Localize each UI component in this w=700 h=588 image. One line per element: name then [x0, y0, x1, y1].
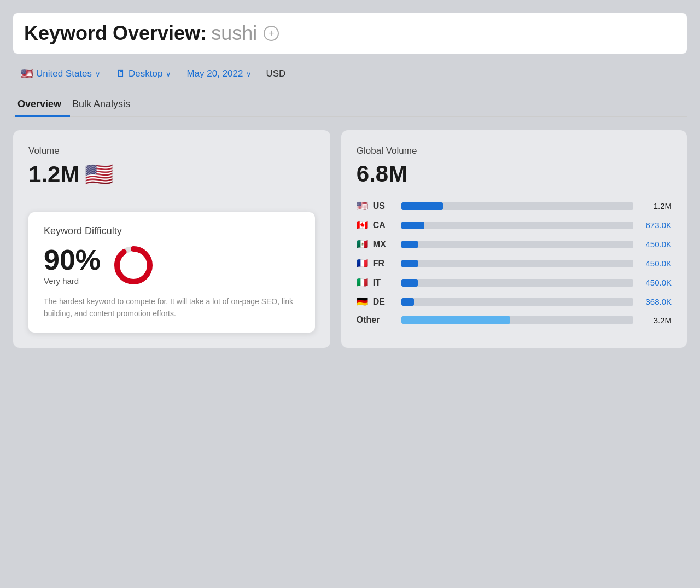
kd-title: Keyword Difficulty: [44, 225, 300, 237]
country-code-it: IT: [373, 278, 395, 288]
volume-value: 1.2M 🇺🇸: [28, 161, 315, 188]
country-flag-fr: 🇫🇷: [357, 258, 373, 269]
kd-donut-chart: [112, 243, 155, 287]
add-keyword-button[interactable]: +: [264, 26, 279, 41]
filters-bar: 🇺🇸 United States ∨ 🖥 Desktop ∨ May 20, 2…: [13, 65, 687, 83]
country-row: 🇲🇽 MX 450.0K: [357, 238, 672, 250]
country-filter-button[interactable]: 🇺🇸 United States ∨: [15, 65, 106, 83]
other-bar-track: [401, 316, 633, 324]
country-code-de: DE: [373, 297, 395, 307]
volume-card: Volume 1.2M 🇺🇸 Keyword Difficulty 90% Ve…: [13, 130, 330, 348]
country-value-fr: 450.0K: [640, 259, 672, 268]
other-row: Other 3.2M: [357, 315, 672, 325]
tab-overview[interactable]: Overview: [15, 94, 70, 117]
device-filter-button[interactable]: 🖥 Desktop ∨: [110, 65, 177, 83]
kd-score-row: 90% Very hard: [44, 243, 300, 287]
bar-fill-it: [401, 279, 418, 287]
page-title-prefix: Keyword Overview:: [24, 22, 207, 45]
bar-fill-us: [401, 202, 443, 210]
country-value-de: 368.0K: [640, 297, 672, 306]
date-filter-button[interactable]: May 20, 2022 ∨: [181, 65, 257, 83]
country-value-it: 450.0K: [640, 278, 672, 287]
global-volume-value: 6.8M: [357, 161, 672, 187]
country-value-ca: 673.0K: [640, 220, 672, 230]
other-value: 3.2M: [640, 316, 672, 325]
keyword-difficulty-card: Keyword Difficulty 90% Very hard: [28, 212, 315, 333]
plus-icon: +: [269, 28, 275, 39]
country-value-mx: 450.0K: [640, 240, 672, 249]
country-code-mx: MX: [373, 240, 395, 249]
kd-rating: Very hard: [44, 276, 101, 286]
country-rows: 🇺🇸 US 1.2M 🇨🇦 CA 673.0K 🇲🇽 MX 450.0K 🇫🇷 …: [357, 200, 672, 307]
global-volume-card: Global Volume 6.8M 🇺🇸 US 1.2M 🇨🇦 CA 673.…: [341, 130, 687, 348]
date-chevron: ∨: [246, 70, 252, 78]
country-row: 🇮🇹 IT 450.0K: [357, 277, 672, 288]
tab-bulk-analysis[interactable]: Bulk Analysis: [70, 94, 139, 117]
country-code-ca: CA: [373, 220, 395, 230]
bar-fill-de: [401, 298, 414, 306]
kd-score-block: 90% Very hard: [44, 246, 101, 286]
country-flag-it: 🇮🇹: [357, 277, 373, 288]
kd-description: The hardest keyword to compete for. It w…: [44, 296, 300, 319]
main-content: Volume 1.2M 🇺🇸 Keyword Difficulty 90% Ve…: [13, 130, 687, 348]
svg-point-1: [117, 249, 150, 282]
device-label: Desktop: [129, 68, 162, 79]
volume-label: Volume: [28, 145, 315, 156]
other-label: Other: [357, 315, 395, 325]
kd-score: 90%: [44, 246, 101, 274]
country-value-us: 1.2M: [640, 201, 672, 211]
country-flag-mx: 🇲🇽: [357, 238, 373, 250]
volume-flag: 🇺🇸: [85, 161, 113, 188]
bar-track-us: [401, 202, 633, 210]
country-code-fr: FR: [373, 259, 395, 269]
other-bar-fill: [401, 316, 510, 324]
device-chevron: ∨: [166, 70, 171, 78]
currency-label: USD: [266, 68, 285, 79]
date-label: May 20, 2022: [186, 68, 243, 79]
country-label: United States: [36, 68, 92, 79]
bar-track-mx: [401, 241, 633, 248]
volume-divider: [28, 199, 315, 199]
country-flag-ca: 🇨🇦: [357, 219, 373, 231]
country-chevron: ∨: [95, 70, 101, 78]
country-flag-de: 🇩🇪: [357, 296, 373, 307]
global-volume-label: Global Volume: [357, 145, 672, 156]
desktop-icon: 🖥: [116, 68, 125, 79]
bar-track-it: [401, 279, 633, 287]
country-row: 🇨🇦 CA 673.0K: [357, 219, 672, 231]
tabs-bar: Overview Bulk Analysis: [13, 94, 687, 117]
bar-track-fr: [401, 260, 633, 267]
page-title-keyword: sushi: [211, 22, 257, 45]
country-row: 🇺🇸 US 1.2M: [357, 200, 672, 212]
bar-track-de: [401, 298, 633, 306]
bar-fill-ca: [401, 222, 424, 229]
bar-track-ca: [401, 222, 633, 229]
bar-fill-fr: [401, 260, 418, 267]
country-flag: 🇺🇸: [21, 68, 33, 80]
volume-number: 1.2M: [28, 161, 79, 188]
donut-svg: [112, 243, 155, 287]
country-row: 🇫🇷 FR 450.0K: [357, 258, 672, 269]
bar-fill-mx: [401, 241, 418, 248]
country-code-us: US: [373, 201, 395, 211]
header: Keyword Overview: sushi +: [13, 13, 687, 54]
country-row: 🇩🇪 DE 368.0K: [357, 296, 672, 307]
page-wrapper: Keyword Overview: sushi + 🇺🇸 United Stat…: [0, 0, 700, 588]
country-flag-us: 🇺🇸: [357, 200, 373, 212]
